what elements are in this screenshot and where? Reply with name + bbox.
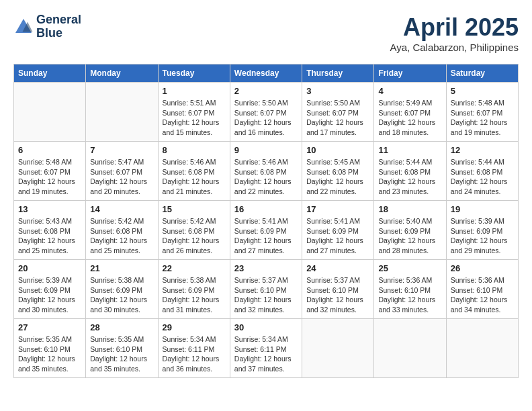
day-info: Sunrise: 5:37 AM Sunset: 6:10 PM Dayligh…	[306, 275, 369, 315]
calendar-cell: 25Sunrise: 5:36 AM Sunset: 6:10 PM Dayli…	[374, 260, 446, 319]
day-number: 6	[18, 145, 81, 155]
day-info: Sunrise: 5:48 AM Sunset: 6:07 PM Dayligh…	[18, 157, 81, 197]
day-number: 23	[234, 263, 298, 273]
day-number: 17	[306, 204, 369, 214]
day-number: 12	[451, 145, 514, 155]
day-number: 26	[451, 263, 514, 273]
logo: General Blue	[13, 13, 81, 40]
calendar-cell: 1Sunrise: 5:51 AM Sunset: 6:07 PM Daylig…	[158, 83, 230, 142]
calendar-cell: 14Sunrise: 5:42 AM Sunset: 6:08 PM Dayli…	[86, 201, 158, 260]
calendar-cell: 8Sunrise: 5:46 AM Sunset: 6:08 PM Daylig…	[158, 142, 230, 201]
day-info: Sunrise: 5:48 AM Sunset: 6:07 PM Dayligh…	[451, 98, 514, 138]
day-number: 15	[163, 204, 226, 214]
day-info: Sunrise: 5:39 AM Sunset: 6:09 PM Dayligh…	[451, 216, 514, 256]
calendar-cell: 7Sunrise: 5:47 AM Sunset: 6:07 PM Daylig…	[86, 142, 158, 201]
calendar-cell: 11Sunrise: 5:44 AM Sunset: 6:08 PM Dayli…	[374, 142, 446, 201]
calendar-cell: 10Sunrise: 5:45 AM Sunset: 6:08 PM Dayli…	[302, 142, 374, 201]
title-block: April 2025 Aya, Calabarzon, Philippines	[390, 13, 519, 53]
day-number: 22	[163, 263, 226, 273]
day-number: 8	[163, 145, 226, 155]
day-number: 16	[234, 204, 298, 214]
calendar-cell: 20Sunrise: 5:39 AM Sunset: 6:09 PM Dayli…	[14, 260, 86, 319]
day-number: 28	[90, 322, 153, 332]
calendar-week-row: 1Sunrise: 5:51 AM Sunset: 6:07 PM Daylig…	[14, 83, 519, 142]
day-info: Sunrise: 5:38 AM Sunset: 6:09 PM Dayligh…	[90, 275, 153, 315]
calendar-cell: 12Sunrise: 5:44 AM Sunset: 6:08 PM Dayli…	[446, 142, 518, 201]
calendar-cell: 23Sunrise: 5:37 AM Sunset: 6:10 PM Dayli…	[230, 260, 302, 319]
day-number: 4	[378, 86, 441, 96]
calendar-cell: 15Sunrise: 5:42 AM Sunset: 6:08 PM Dayli…	[158, 201, 230, 260]
day-number: 30	[234, 322, 298, 332]
calendar-cell: 27Sunrise: 5:35 AM Sunset: 6:10 PM Dayli…	[14, 319, 86, 378]
day-number: 18	[378, 204, 441, 214]
day-info: Sunrise: 5:44 AM Sunset: 6:08 PM Dayligh…	[451, 157, 514, 197]
day-info: Sunrise: 5:51 AM Sunset: 6:07 PM Dayligh…	[163, 98, 226, 138]
day-number: 21	[90, 263, 153, 273]
day-info: Sunrise: 5:50 AM Sunset: 6:07 PM Dayligh…	[234, 98, 298, 138]
weekday-header-row: SundayMondayTuesdayWednesdayThursdayFrid…	[14, 64, 519, 83]
day-info: Sunrise: 5:35 AM Sunset: 6:10 PM Dayligh…	[90, 334, 153, 374]
location: Aya, Calabarzon, Philippines	[390, 42, 519, 53]
calendar-week-row: 27Sunrise: 5:35 AM Sunset: 6:10 PM Dayli…	[14, 319, 519, 378]
calendar-cell: 24Sunrise: 5:37 AM Sunset: 6:10 PM Dayli…	[302, 260, 374, 319]
calendar-cell	[86, 83, 158, 142]
day-number: 20	[18, 263, 81, 273]
logo-text: General Blue	[36, 13, 81, 40]
day-number: 10	[306, 145, 369, 155]
calendar-cell	[14, 83, 86, 142]
weekday-header: Saturday	[446, 64, 518, 83]
day-info: Sunrise: 5:42 AM Sunset: 6:08 PM Dayligh…	[90, 216, 153, 256]
day-info: Sunrise: 5:41 AM Sunset: 6:09 PM Dayligh…	[306, 216, 369, 256]
day-number: 13	[18, 204, 81, 214]
calendar-cell: 29Sunrise: 5:34 AM Sunset: 6:11 PM Dayli…	[158, 319, 230, 378]
day-info: Sunrise: 5:42 AM Sunset: 6:08 PM Dayligh…	[163, 216, 226, 256]
day-info: Sunrise: 5:39 AM Sunset: 6:09 PM Dayligh…	[18, 275, 81, 315]
day-number: 24	[306, 263, 369, 273]
calendar-cell: 4Sunrise: 5:49 AM Sunset: 6:07 PM Daylig…	[374, 83, 446, 142]
calendar-cell: 5Sunrise: 5:48 AM Sunset: 6:07 PM Daylig…	[446, 83, 518, 142]
day-info: Sunrise: 5:37 AM Sunset: 6:10 PM Dayligh…	[234, 275, 298, 315]
calendar-cell: 28Sunrise: 5:35 AM Sunset: 6:10 PM Dayli…	[86, 319, 158, 378]
calendar-cell	[446, 319, 518, 378]
day-info: Sunrise: 5:43 AM Sunset: 6:08 PM Dayligh…	[18, 216, 81, 256]
weekday-header: Friday	[374, 64, 446, 83]
calendar-cell	[302, 319, 374, 378]
page-header: General Blue April 2025 Aya, Calabarzon,…	[13, 13, 519, 53]
calendar-cell: 21Sunrise: 5:38 AM Sunset: 6:09 PM Dayli…	[86, 260, 158, 319]
calendar-cell: 2Sunrise: 5:50 AM Sunset: 6:07 PM Daylig…	[230, 83, 302, 142]
day-info: Sunrise: 5:34 AM Sunset: 6:11 PM Dayligh…	[163, 334, 226, 374]
calendar-cell: 9Sunrise: 5:46 AM Sunset: 6:08 PM Daylig…	[230, 142, 302, 201]
day-info: Sunrise: 5:34 AM Sunset: 6:11 PM Dayligh…	[234, 334, 298, 374]
calendar-cell: 22Sunrise: 5:38 AM Sunset: 6:09 PM Dayli…	[158, 260, 230, 319]
calendar-week-row: 13Sunrise: 5:43 AM Sunset: 6:08 PM Dayli…	[14, 201, 519, 260]
day-info: Sunrise: 5:49 AM Sunset: 6:07 PM Dayligh…	[378, 98, 441, 138]
weekday-header: Monday	[86, 64, 158, 83]
day-info: Sunrise: 5:41 AM Sunset: 6:09 PM Dayligh…	[234, 216, 298, 256]
day-info: Sunrise: 5:46 AM Sunset: 6:08 PM Dayligh…	[163, 157, 226, 197]
calendar-week-row: 6Sunrise: 5:48 AM Sunset: 6:07 PM Daylig…	[14, 142, 519, 201]
calendar-cell: 26Sunrise: 5:36 AM Sunset: 6:10 PM Dayli…	[446, 260, 518, 319]
weekday-header: Wednesday	[230, 64, 302, 83]
calendar-cell	[374, 319, 446, 378]
calendar-cell: 13Sunrise: 5:43 AM Sunset: 6:08 PM Dayli…	[14, 201, 86, 260]
weekday-header: Sunday	[14, 64, 86, 83]
day-info: Sunrise: 5:36 AM Sunset: 6:10 PM Dayligh…	[378, 275, 441, 315]
day-info: Sunrise: 5:40 AM Sunset: 6:09 PM Dayligh…	[378, 216, 441, 256]
day-number: 7	[90, 145, 153, 155]
calendar-table: SundayMondayTuesdayWednesdayThursdayFrid…	[13, 64, 519, 378]
day-info: Sunrise: 5:36 AM Sunset: 6:10 PM Dayligh…	[451, 275, 514, 315]
day-number: 19	[451, 204, 514, 214]
month-title: April 2025	[390, 13, 519, 42]
day-number: 14	[90, 204, 153, 214]
day-info: Sunrise: 5:50 AM Sunset: 6:07 PM Dayligh…	[306, 98, 369, 138]
logo-icon	[13, 17, 34, 37]
weekday-header: Thursday	[302, 64, 374, 83]
day-number: 5	[451, 86, 514, 96]
day-number: 1	[163, 86, 226, 96]
day-info: Sunrise: 5:44 AM Sunset: 6:08 PM Dayligh…	[378, 157, 441, 197]
day-number: 3	[306, 86, 369, 96]
calendar-cell: 6Sunrise: 5:48 AM Sunset: 6:07 PM Daylig…	[14, 142, 86, 201]
day-info: Sunrise: 5:45 AM Sunset: 6:08 PM Dayligh…	[306, 157, 369, 197]
day-number: 25	[378, 263, 441, 273]
weekday-header: Tuesday	[158, 64, 230, 83]
